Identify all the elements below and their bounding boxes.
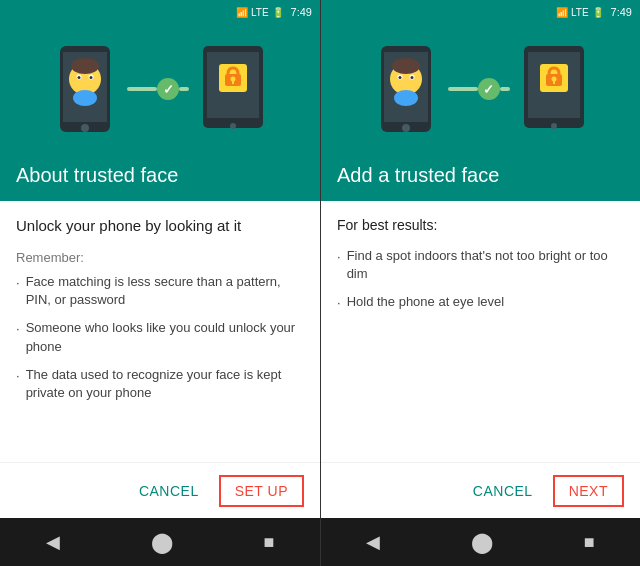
illustration-left: ✓ bbox=[55, 44, 265, 134]
home-icon-left[interactable]: ⬤ bbox=[151, 530, 173, 554]
lte-icon-right: LTE bbox=[571, 7, 589, 18]
status-bar-left: 📶 LTE 🔋 7:49 bbox=[0, 0, 320, 24]
right-bullet-dot-2: · bbox=[337, 294, 341, 312]
right-bullet-1: · Find a spot indoors that's not too bri… bbox=[337, 247, 624, 283]
bullet-dot-1: · bbox=[16, 274, 20, 309]
battery-icon: 🔋 bbox=[272, 7, 284, 18]
phone-svg-right bbox=[376, 44, 436, 134]
svg-point-24 bbox=[410, 76, 413, 79]
svg-point-26 bbox=[402, 124, 410, 132]
svg-point-3 bbox=[71, 58, 99, 74]
bullet-3: · The data used to recognize your face i… bbox=[16, 366, 304, 402]
nav-bar-right: ◀ ⬤ ■ bbox=[321, 518, 640, 566]
svg-point-23 bbox=[398, 76, 401, 79]
right-bullet-2: · Hold the phone at eye level bbox=[337, 293, 624, 312]
remember-label: Remember: bbox=[16, 250, 304, 265]
svg-point-6 bbox=[78, 76, 81, 79]
content-left: Unlock your phone by looking at it Remem… bbox=[0, 201, 320, 462]
left-phone-screen: 📶 LTE 🔋 7:49 bbox=[0, 0, 320, 566]
battery-icon-right: 🔋 bbox=[592, 7, 604, 18]
status-icons-left: 📶 LTE 🔋 7:49 bbox=[236, 6, 312, 18]
line-left-r bbox=[448, 87, 478, 91]
bottom-bar-right: CANCEL NEXT bbox=[321, 462, 640, 518]
screen-title-right: Add a trusted face bbox=[337, 164, 624, 187]
back-icon-right[interactable]: ◀ bbox=[366, 531, 380, 553]
bullet-text-3: The data used to recognize your face is … bbox=[26, 366, 304, 402]
bottom-bar-left: CANCEL SET UP bbox=[0, 462, 320, 518]
for-best-label: For best results: bbox=[337, 217, 624, 233]
tablet-device-right bbox=[522, 44, 586, 134]
tablet-svg bbox=[201, 44, 265, 130]
svg-point-20 bbox=[392, 58, 420, 74]
svg-point-33 bbox=[551, 123, 557, 129]
right-bullet-text-2: Hold the phone at eye level bbox=[347, 293, 505, 312]
bullet-text-2: Someone who looks like you could unlock … bbox=[26, 319, 304, 355]
line-right-r bbox=[500, 87, 510, 91]
signal-icon: 📶 bbox=[236, 7, 248, 18]
bullet-2: · Someone who looks like you could unloc… bbox=[16, 319, 304, 355]
right-bullet-text-1: Find a spot indoors that's not too brigh… bbox=[347, 247, 624, 283]
recents-icon-left[interactable]: ■ bbox=[264, 532, 275, 553]
connection-arrow: ✓ bbox=[127, 78, 189, 100]
next-button[interactable]: NEXT bbox=[553, 475, 624, 507]
svg-rect-32 bbox=[553, 80, 555, 84]
line-left bbox=[127, 87, 157, 91]
svg-point-8 bbox=[73, 90, 97, 106]
setup-button[interactable]: SET UP bbox=[219, 475, 304, 507]
right-phone-screen: 📶 LTE 🔋 7:49 bbox=[320, 0, 640, 566]
main-subtitle-left: Unlock your phone by looking at it bbox=[16, 217, 304, 234]
svg-point-7 bbox=[90, 76, 93, 79]
tablet-svg-right bbox=[522, 44, 586, 130]
header-illustration-right: ✓ bbox=[321, 24, 640, 154]
title-bar-right: Add a trusted face bbox=[321, 154, 640, 201]
time-right: 7:49 bbox=[611, 6, 632, 18]
screen-title-left: About trusted face bbox=[16, 164, 304, 187]
svg-point-16 bbox=[230, 123, 236, 129]
content-right: For best results: · Find a spot indoors … bbox=[321, 201, 640, 462]
back-icon-left[interactable]: ◀ bbox=[46, 531, 60, 553]
bullet-1: · Face matching is less secure than a pa… bbox=[16, 273, 304, 309]
check-circle: ✓ bbox=[157, 78, 179, 100]
svg-rect-15 bbox=[232, 80, 234, 84]
cancel-button-right[interactable]: CANCEL bbox=[461, 475, 545, 507]
header-illustration-left: ✓ bbox=[0, 24, 320, 154]
svg-point-9 bbox=[81, 124, 89, 132]
signal-icon-right: 📶 bbox=[556, 7, 568, 18]
status-icons-right: 📶 LTE 🔋 7:49 bbox=[556, 6, 632, 18]
line-right bbox=[179, 87, 189, 91]
connection-arrow-right: ✓ bbox=[448, 78, 510, 100]
check-circle-right: ✓ bbox=[478, 78, 500, 100]
phone-device-right bbox=[376, 44, 436, 134]
right-bullet-dot-1: · bbox=[337, 248, 341, 283]
bullet-dot-2: · bbox=[16, 320, 20, 355]
time-left: 7:49 bbox=[291, 6, 312, 18]
illustration-right: ✓ bbox=[376, 44, 586, 134]
wifi-icon: LTE bbox=[251, 7, 269, 18]
home-icon-right[interactable]: ⬤ bbox=[471, 530, 493, 554]
svg-point-25 bbox=[394, 90, 418, 106]
phone-svg bbox=[55, 44, 115, 134]
tablet-device bbox=[201, 44, 265, 134]
status-bar-right: 📶 LTE 🔋 7:49 bbox=[321, 0, 640, 24]
phone-device bbox=[55, 44, 115, 134]
title-bar-left: About trusted face bbox=[0, 154, 320, 201]
recents-icon-right[interactable]: ■ bbox=[584, 532, 595, 553]
bullet-text-1: Face matching is less secure than a patt… bbox=[26, 273, 304, 309]
nav-bar-left: ◀ ⬤ ■ bbox=[0, 518, 320, 566]
cancel-button-left[interactable]: CANCEL bbox=[127, 475, 211, 507]
bullet-dot-3: · bbox=[16, 367, 20, 402]
